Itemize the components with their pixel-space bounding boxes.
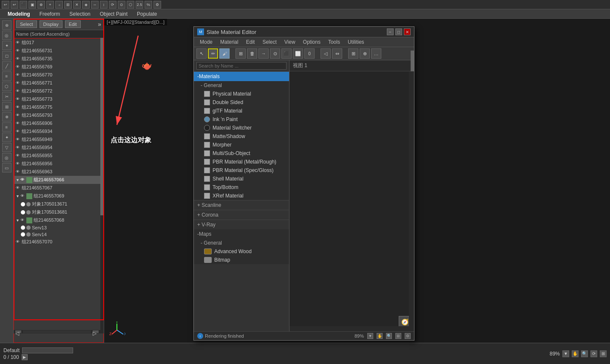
sme-item-xref-material[interactable]: XRef Material bbox=[194, 192, 289, 200]
sme-menu-view[interactable]: View bbox=[281, 38, 299, 46]
sme-close-button[interactable]: ✕ bbox=[404, 28, 411, 35]
menu-modeling[interactable]: Modeling bbox=[3, 10, 34, 18]
sme-search-tool[interactable]: 🔍 bbox=[386, 333, 392, 339]
side-icon-7[interactable]: ⬡ bbox=[2, 82, 11, 91]
side-icon-11[interactable]: ≡ bbox=[2, 122, 11, 132]
list-item[interactable]: 👁 组2146556771 bbox=[14, 79, 103, 87]
sme-item-advanced-wood[interactable]: Advanced Wood bbox=[194, 247, 289, 256]
menu-freeform[interactable]: Freeform bbox=[35, 10, 65, 18]
toolbar-icon-6[interactable]: + bbox=[46, 1, 54, 8]
list-item[interactable]: ▼ 👁 组2146557069 bbox=[14, 192, 103, 200]
maximize-btn[interactable]: ⊞ bbox=[600, 350, 607, 357]
list-item[interactable]: 👁 组2146556954 bbox=[14, 144, 103, 152]
zoom-dropdown-btn[interactable]: ▼ bbox=[562, 350, 569, 357]
list-item[interactable]: 👁 组2146556934 bbox=[14, 127, 103, 135]
edit-button[interactable]: Edit bbox=[65, 20, 81, 28]
sme-item-material-switcher[interactable]: Material Switcher bbox=[194, 124, 289, 132]
toolbar-icon-7[interactable]: ⬦ bbox=[55, 1, 63, 8]
list-item-selected[interactable]: ▼ 👁 组2146557066 bbox=[14, 176, 103, 184]
display-button[interactable]: Display bbox=[40, 20, 62, 28]
list-item[interactable]: 👁 组2146556773 bbox=[14, 95, 103, 103]
sme-item-physical-material[interactable]: Physical Material bbox=[194, 90, 289, 98]
sme-tool-connect[interactable]: ⇔ bbox=[332, 48, 342, 59]
toolbar-icon-14[interactable]: ⊙ bbox=[118, 1, 125, 8]
sme-tool-grid[interactable]: ⊞ bbox=[348, 48, 358, 59]
toolbar-icon-3[interactable]: ⬛ bbox=[20, 1, 27, 8]
zoom-btn[interactable]: 🔍 bbox=[581, 350, 588, 357]
menu-object-paint[interactable]: Object Paint bbox=[96, 10, 132, 18]
toolbar-icon-8[interactable]: ⊞ bbox=[64, 1, 72, 8]
list-item-child[interactable]: 对象1705013671 bbox=[14, 200, 103, 208]
sme-maps-header[interactable]: - Maps bbox=[194, 229, 289, 239]
scrollbar-thumb[interactable] bbox=[100, 38, 104, 215]
list-item-child[interactable]: Serv14 bbox=[14, 231, 103, 238]
list-item[interactable]: 👁 组2146557070 bbox=[14, 238, 103, 246]
select-button[interactable]: Select bbox=[16, 20, 37, 28]
sme-menu-tools[interactable]: Tools bbox=[325, 38, 343, 46]
toolbar-icon-5[interactable]: ⊕ bbox=[37, 1, 45, 8]
toolbar-icon-4[interactable]: ▣ bbox=[28, 1, 36, 8]
sme-materials-header[interactable]: - Materials bbox=[194, 72, 289, 81]
sme-tool-left[interactable]: ◁ bbox=[321, 48, 331, 59]
scroll-left[interactable]: ◁ bbox=[15, 330, 21, 333]
toolbar-icon-17[interactable]: % bbox=[145, 1, 152, 8]
sme-tool-more[interactable]: … bbox=[371, 48, 381, 59]
sme-tool-delete[interactable]: 🗑 bbox=[247, 48, 257, 59]
list-scrollbar-v[interactable] bbox=[100, 37, 104, 333]
list-item[interactable]: 👁 组2146556949 bbox=[14, 135, 103, 144]
side-icon-8[interactable]: ✂ bbox=[2, 92, 11, 101]
sme-item-ink-paint[interactable]: Ink 'n Paint bbox=[194, 115, 289, 124]
sme-item-top-bottom[interactable]: Top/Bottom bbox=[194, 183, 289, 192]
sme-item-morpher[interactable]: Morpher bbox=[194, 141, 289, 149]
sme-fit-tool[interactable]: ⊞ bbox=[395, 333, 401, 339]
sme-maps-general-subsection[interactable]: - General bbox=[194, 239, 289, 247]
sme-item-pbr-spec[interactable]: PBR Material (Spec/Gloss) bbox=[194, 166, 289, 175]
list-item[interactable]: 👁 组2146556906 bbox=[14, 119, 103, 127]
sme-tool-pencil[interactable]: ✏ bbox=[208, 48, 218, 59]
sme-menu-options[interactable]: Options bbox=[300, 38, 324, 46]
sme-scrollbar-h[interactable] bbox=[289, 326, 409, 331]
sme-menu-select[interactable]: Select bbox=[259, 38, 280, 46]
sme-pan-tool[interactable]: ✋ bbox=[377, 333, 383, 339]
list-item[interactable]: 👁 组2146556731 bbox=[14, 47, 103, 55]
sme-tool-nav-mat[interactable]: ⊞ bbox=[235, 48, 246, 59]
list-item[interactable]: 👁 组2146556770 bbox=[14, 71, 103, 79]
list-item[interactable]: 👁 组2146556963 bbox=[14, 168, 103, 176]
sme-item-matte-shadow[interactable]: Matte/Shadow bbox=[194, 132, 289, 141]
side-icon-13[interactable]: ▽ bbox=[2, 143, 11, 152]
orbit-btn[interactable]: ⟳ bbox=[590, 350, 597, 357]
sme-tool-num[interactable]: 0 bbox=[304, 48, 315, 59]
sme-tool-sphere[interactable]: ⊙ bbox=[270, 48, 280, 59]
side-icon-10[interactable]: ❄ bbox=[2, 112, 11, 121]
sme-menu-edit[interactable]: Edit bbox=[243, 38, 258, 46]
sme-tool-select[interactable]: ↖ bbox=[196, 48, 207, 59]
toolbar-icon-15[interactable]: ⬡ bbox=[127, 1, 134, 8]
sme-menu-utilities[interactable]: Utilities bbox=[344, 38, 368, 46]
sme-menu-mode[interactable]: Mode bbox=[196, 38, 216, 46]
side-icon-1[interactable]: ⊕ bbox=[2, 20, 11, 30]
sme-settings-tool[interactable]: ⚙ bbox=[405, 333, 411, 339]
sme-maximize-button[interactable]: □ bbox=[395, 28, 402, 35]
sme-vray-section[interactable]: + V-Ray bbox=[194, 220, 289, 229]
list-scrollbar-h[interactable]: ◁ ▷ bbox=[14, 330, 100, 333]
sme-tool-assign[interactable]: → bbox=[258, 48, 269, 59]
sme-item-pbr-metal[interactable]: PBR Material (Metal/Rough) bbox=[194, 158, 289, 166]
toolbar-icon-10[interactable]: ◈ bbox=[82, 1, 90, 8]
toolbar-icon-2[interactable]: ↩ bbox=[11, 1, 18, 8]
toolbar-icon-11[interactable]: ↔ bbox=[91, 1, 99, 8]
sme-scanline-section[interactable]: + Scanline bbox=[194, 200, 289, 210]
side-icon-2[interactable]: ◎ bbox=[2, 31, 11, 40]
list-item[interactable]: 👁 组2146556793 bbox=[14, 111, 103, 119]
side-icon-14[interactable]: ◎ bbox=[2, 153, 11, 162]
list-item[interactable]: ▼ 👁 组2146557068 bbox=[14, 216, 103, 224]
sme-scrollbar-v[interactable] bbox=[409, 71, 414, 331]
sme-tool-checker[interactable]: ⬛ bbox=[281, 48, 292, 59]
sme-item-bitmap[interactable]: Bitmap bbox=[194, 256, 289, 264]
list-item[interactable]: 👁 组2146556956 bbox=[14, 160, 103, 168]
sme-corona-section[interactable]: + Corona bbox=[194, 210, 289, 220]
side-icon-3[interactable]: ✦ bbox=[2, 41, 11, 50]
panel-expand[interactable]: » bbox=[98, 21, 101, 28]
scroll-right[interactable]: ▷ bbox=[93, 330, 99, 333]
sme-item-multi-sub[interactable]: Multi/Sub-Object bbox=[194, 149, 289, 158]
side-icon-12[interactable]: ✦ bbox=[2, 133, 11, 142]
